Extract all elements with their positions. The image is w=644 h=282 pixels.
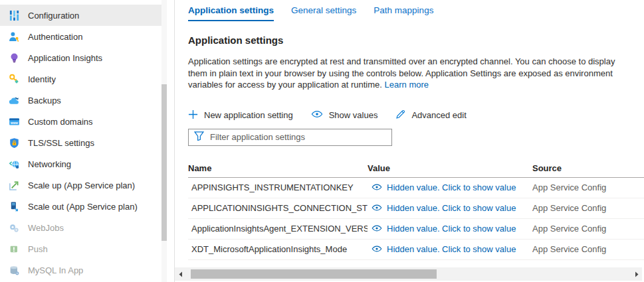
tab-bar: Application settings General settings Pa…	[188, 5, 644, 21]
mysql-icon	[8, 264, 20, 276]
sidebar-item-backups[interactable]: Backups	[0, 90, 161, 111]
settings-table: Name Value Source APPINSIGHTS_INSTRUMENT…	[188, 160, 644, 260]
scroll-right-arrow[interactable]	[631, 267, 642, 281]
setting-name-cell: APPINSIGHTS_INSTRUMENTATIONKEY	[188, 182, 368, 192]
sidebar-item-authentication[interactable]: Authentication	[0, 26, 161, 47]
table-body: APPINSIGHTS_INSTRUMENTATIONKEY Hidden va…	[188, 178, 644, 260]
eye-icon	[372, 203, 382, 213]
setting-source-cell: App Service Config	[532, 224, 644, 234]
advanced-edit-label: Advanced edit	[411, 110, 466, 120]
filter-application-settings-input[interactable]	[210, 132, 386, 142]
setting-name-cell: ApplicationInsightsAgent_EXTENSION_VERSI…	[188, 224, 368, 234]
show-values-label: Show values	[329, 110, 378, 120]
custom-domains-icon: www	[8, 115, 20, 127]
sidebar-item-application-insights[interactable]: Application Insights	[0, 47, 161, 68]
sidebar-item-label: Application Insights	[28, 53, 102, 63]
eye-icon	[311, 110, 323, 120]
identity-icon	[8, 73, 20, 85]
column-header-source: Source	[532, 163, 644, 173]
page-title: Application settings	[188, 35, 644, 46]
configuration-icon	[8, 9, 20, 21]
filter-box	[188, 129, 392, 146]
sidebar-item-label: Networking	[28, 159, 71, 169]
sidebar-item-label: Scale up (App Service plan)	[28, 180, 135, 190]
table-row: APPLICATIONINSIGHTS_CONNECTION_STRING Hi…	[188, 198, 644, 219]
sidebar-item-label: Authentication	[28, 32, 82, 42]
advanced-edit-button[interactable]: Advanced edit	[395, 109, 466, 121]
sidebar-item-label: Identity	[28, 74, 56, 84]
sidebar-item-scale-out-app-service-plan[interactable]: Scale out (App Service plan)	[0, 196, 161, 217]
hidden-value-link[interactable]: Hidden value. Click to show value	[387, 203, 516, 213]
push-icon	[8, 243, 20, 255]
webjobs-icon	[8, 222, 20, 234]
pencil-icon	[395, 109, 405, 121]
table-header-row: Name Value Source	[188, 160, 644, 178]
scroll-left-arrow[interactable]	[175, 267, 185, 281]
column-header-value: Value	[368, 163, 532, 173]
sidebar-item-label: Push	[28, 244, 48, 254]
sidebar-item-webjobs: WebJobs	[0, 217, 161, 238]
sidebar-item-label: Custom domains	[28, 117, 93, 127]
sidebar-item-custom-domains[interactable]: www Custom domains	[0, 111, 161, 132]
filter-funnel-icon	[194, 131, 204, 143]
sidebar-item-label: Backups	[28, 96, 61, 106]
authentication-icon	[8, 31, 20, 42]
sidebar-scrollbar-thumb[interactable]	[161, 84, 167, 241]
sidebar-scrollbar-track[interactable]	[161, 0, 167, 282]
networking-icon	[8, 158, 20, 170]
setting-name-cell: APPLICATIONINSIGHTS_CONNECTION_STRING	[188, 203, 368, 213]
setting-source-cell: App Service Config	[532, 244, 644, 254]
table-row: XDT_MicrosoftApplicationInsights_Mode Hi…	[188, 240, 644, 260]
tab-general-settings[interactable]: General settings	[291, 5, 356, 21]
backups-icon	[8, 94, 20, 106]
setting-name-cell: XDT_MicrosoftApplicationInsights_Mode	[188, 244, 368, 254]
sidebar-item-tls-ssl-settings[interactable]: TLS/SSL settings	[0, 132, 161, 153]
sidebar-item-label: WebJobs	[28, 223, 64, 233]
sidebar-item-scale-up-app-service-plan[interactable]: Scale up (App Service plan)	[0, 175, 161, 196]
sidebar-item-label: Scale out (App Service plan)	[28, 202, 138, 212]
main-content: Application settings General settings Pa…	[175, 0, 644, 282]
column-header-name: Name	[188, 163, 368, 173]
hidden-value-link[interactable]: Hidden value. Click to show value	[387, 244, 516, 254]
table-row: ApplicationInsightsAgent_EXTENSION_VERSI…	[188, 219, 644, 240]
tab-path-mappings[interactable]: Path mappings	[374, 5, 433, 21]
sidebar-nav: Configuration Authentication Application…	[0, 0, 174, 282]
sidebar-item-mysql-in-app: MySQL In App	[0, 259, 161, 281]
sidebar-item-label: TLS/SSL settings	[28, 138, 94, 148]
application-insights-icon	[8, 52, 20, 64]
toolbar: New application setting Show values Adva…	[188, 109, 644, 121]
new-application-setting-button[interactable]: New application setting	[188, 109, 293, 121]
horizontal-scrollbar-thumb[interactable]	[191, 269, 437, 279]
learn-more-link[interactable]: Learn more	[385, 80, 429, 90]
setting-source-cell: App Service Config	[532, 203, 644, 213]
sidebar-item-configuration[interactable]: Configuration	[0, 5, 161, 26]
eye-icon	[372, 224, 382, 234]
scale-up-icon	[8, 179, 20, 191]
show-values-button[interactable]: Show values	[311, 110, 378, 120]
horizontal-scrollbar-track[interactable]	[185, 267, 631, 281]
sidebar-item-label: Configuration	[28, 11, 79, 21]
tab-application-settings[interactable]: Application settings	[188, 5, 274, 21]
svg-text:www: www	[9, 121, 17, 124]
scale-out-icon	[8, 200, 20, 212]
sidebar-item-identity[interactable]: Identity	[0, 68, 161, 90]
horizontal-scrollbar	[175, 267, 642, 281]
table-row: APPINSIGHTS_INSTRUMENTATIONKEY Hidden va…	[188, 178, 644, 198]
new-application-setting-label: New application setting	[204, 110, 293, 120]
description-text: Application settings are encrypted at re…	[188, 56, 632, 91]
hidden-value-link[interactable]: Hidden value. Click to show value	[387, 224, 516, 234]
eye-icon	[372, 182, 382, 192]
eye-icon	[372, 244, 382, 254]
hidden-value-link[interactable]: Hidden value. Click to show value	[387, 182, 516, 192]
plus-icon	[188, 109, 198, 121]
tls-ssl-icon	[8, 137, 20, 149]
setting-source-cell: App Service Config	[532, 182, 644, 192]
app-root: Configuration Authentication Application…	[0, 0, 644, 282]
sidebar-item-label: MySQL In App	[28, 265, 83, 275]
sidebar-item-push: Push	[0, 238, 161, 259]
sidebar-item-networking[interactable]: Networking	[0, 153, 161, 175]
